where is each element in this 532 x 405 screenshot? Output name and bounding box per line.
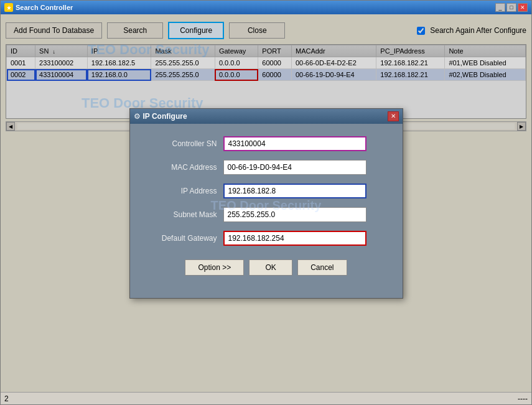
ip-configure-dialog: ⚙ IP Configure ✕ TEO Door Security Contr… — [129, 108, 403, 299]
title-bar: ★ Search Controller _ □ ✕ — [1, 1, 531, 14]
window-icon: ★ — [4, 3, 13, 12]
option-button[interactable]: Option >> — [185, 259, 244, 276]
modal-body: TEO Door Security Controller SN MAC Addr… — [130, 124, 403, 298]
main-window: ★ Search Controller _ □ ✕ TEO Door Secur… — [0, 0, 532, 405]
modal-title: IP Configure — [143, 112, 187, 121]
controller-sn-input[interactable] — [223, 136, 366, 151]
cancel-button[interactable]: Cancel — [297, 259, 347, 276]
status-left: 2 — [4, 394, 9, 403]
window-title: Search Controller — [16, 4, 73, 11]
close-window-button[interactable]: ✕ — [518, 3, 528, 12]
modal-title-bar: ⚙ IP Configure ✕ — [130, 109, 403, 124]
subnet-mask-input[interactable] — [223, 207, 366, 222]
modal-close-button[interactable]: ✕ — [388, 111, 399, 121]
controller-sn-row: Controller SN — [149, 136, 384, 151]
default-gateway-row: Default Gateway — [149, 231, 384, 246]
ip-address-label: IP Address — [149, 187, 217, 195]
modal-title-left: ⚙ IP Configure — [134, 112, 187, 121]
ip-address-row: IP Address — [149, 184, 384, 198]
ip-address-input[interactable] — [223, 184, 366, 198]
maximize-button[interactable]: □ — [506, 3, 516, 12]
content-area: TEO Door Security TEO Door Security Add … — [1, 14, 531, 392]
status-bar: 2 ---- — [1, 392, 531, 404]
controller-sn-label: Controller SN — [149, 139, 217, 148]
subnet-mask-row: Subnet Mask — [149, 207, 384, 222]
modal-buttons: Option >> OK Cancel — [149, 259, 384, 286]
modal-icon: ⚙ — [134, 112, 141, 121]
status-right: ---- — [518, 394, 528, 403]
ok-button[interactable]: OK — [249, 259, 292, 276]
modal-overlay: ⚙ IP Configure ✕ TEO Door Security Contr… — [1, 14, 531, 392]
subnet-mask-label: Subnet Mask — [149, 210, 217, 219]
mac-address-label: MAC Address — [149, 163, 217, 172]
default-gateway-label: Default Gateway — [149, 234, 217, 243]
title-controls: _ □ ✕ — [495, 3, 528, 12]
default-gateway-input[interactable] — [223, 231, 366, 246]
minimize-button[interactable]: _ — [495, 3, 505, 12]
mac-address-row: MAC Address — [149, 160, 384, 175]
mac-address-input[interactable] — [223, 160, 366, 175]
